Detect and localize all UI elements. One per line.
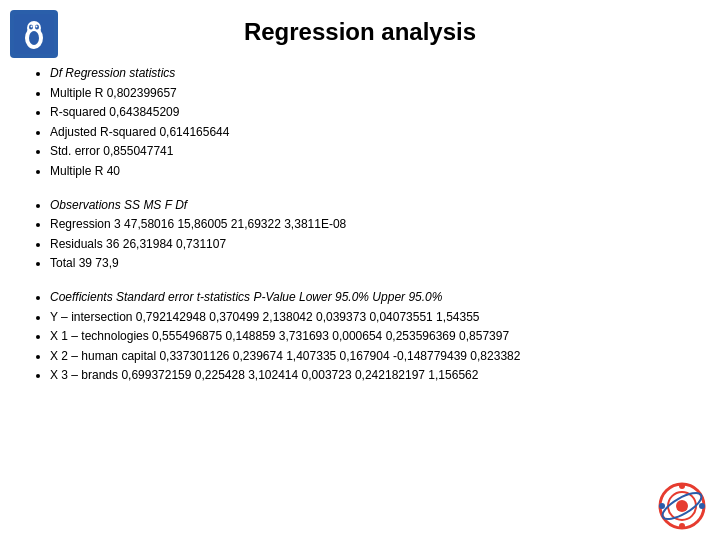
content-area: Df Regression statisticsMultiple R 0,802…	[0, 57, 720, 392]
svg-point-7	[36, 26, 38, 28]
list-item-x2: X 2 – human capital 0,337301126 0,239674…	[50, 347, 690, 366]
list-item-blank5	[50, 281, 690, 287]
list-item-blank2	[50, 182, 690, 188]
bottom-logo-svg	[658, 482, 706, 530]
list-item-regression: Regression 3 47,58016 15,86005 21,69322 …	[50, 215, 690, 234]
list-item-adjrsquared: Adjusted R-squared 0,614165644	[50, 123, 690, 142]
list-item-blank4	[50, 274, 690, 280]
svg-point-12	[679, 523, 685, 529]
list-item-multipleR: Multiple R 0,802399657	[50, 84, 690, 103]
list-item-rsquared: R-squared 0,643845209	[50, 103, 690, 122]
list-item-x1: X 1 – technologies 0,555496875 0,148859 …	[50, 327, 690, 346]
svg-point-11	[679, 483, 685, 489]
list-item-blank3	[50, 189, 690, 195]
svg-point-3	[29, 31, 39, 45]
list-item-x3: X 3 – brands 0,699372159 0,225428 3,1024…	[50, 366, 690, 385]
svg-point-14	[699, 503, 705, 509]
svg-point-10	[676, 500, 688, 512]
list-item-stderr: Std. error 0,855047741	[50, 142, 690, 161]
bottom-right-logo	[658, 482, 706, 530]
list-item-blank6	[50, 386, 690, 392]
top-logo-svg	[14, 14, 54, 54]
list-item-coeffheader: Coefficients Standard error t-statistics…	[50, 288, 690, 307]
svg-point-13	[659, 503, 665, 509]
list-item-multipleR40: Multiple R 40	[50, 162, 690, 181]
list-item-obsheader: Observations SS MS F Df	[50, 196, 690, 215]
list-item-total: Total 39 73,9	[50, 254, 690, 273]
list-item-header: Df Regression statistics	[50, 64, 690, 83]
svg-point-6	[31, 26, 33, 28]
top-left-logo	[10, 10, 58, 58]
stats-list: Df Regression statisticsMultiple R 0,802…	[30, 57, 690, 392]
page-title: Regression analysis	[0, 0, 720, 56]
list-item-yintersect: Y – intersection 0,792142948 0,370499 2,…	[50, 308, 690, 327]
list-item-residuals: Residuals 36 26,31984 0,731107	[50, 235, 690, 254]
list-item-blank1	[50, 57, 690, 63]
